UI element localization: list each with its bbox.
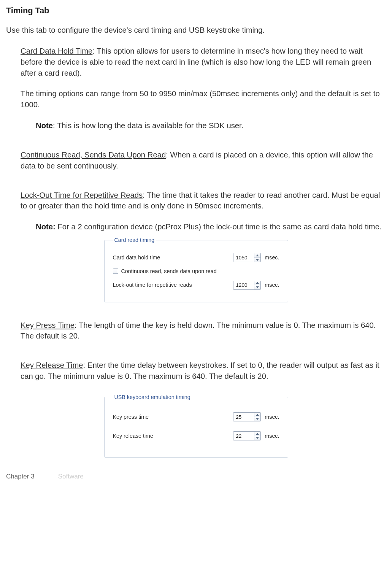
card-hold-label: Card Data Hold Time bbox=[21, 47, 92, 55]
lockout-time-unit: msec. bbox=[265, 281, 279, 289]
continuous-read-checkbox[interactable] bbox=[113, 269, 118, 274]
lockout-time-down[interactable] bbox=[254, 285, 260, 289]
svg-marker-1 bbox=[256, 259, 259, 261]
hold-time-input[interactable] bbox=[233, 253, 254, 262]
card-hold-range: The timing options can range from 50 to … bbox=[21, 88, 386, 110]
keyrelease-para: Key Release Time: Enter the time delay b… bbox=[21, 360, 386, 382]
keyrelease-up[interactable] bbox=[254, 432, 260, 436]
lockout-time-up[interactable] bbox=[254, 281, 260, 286]
svg-marker-6 bbox=[256, 433, 259, 435]
svg-marker-5 bbox=[256, 418, 259, 420]
keypress-para: Key Press Time: The length of time the k… bbox=[21, 320, 386, 342]
keyrelease-stepper[interactable] bbox=[233, 431, 261, 440]
panel1-legend: Card read timing bbox=[113, 236, 156, 244]
note-text: : This is how long the data is available… bbox=[53, 121, 243, 130]
svg-marker-7 bbox=[256, 437, 259, 439]
page-footer: Chapter 3Software bbox=[6, 472, 386, 481]
intro-text: Use this tab to configure the device's c… bbox=[6, 25, 386, 36]
hold-time-up[interactable] bbox=[254, 253, 260, 258]
keyrelease-down[interactable] bbox=[254, 436, 260, 440]
keypress-unit: msec. bbox=[265, 413, 279, 421]
lockout-label: Lock-Out Time for Repetitive Reads bbox=[21, 191, 143, 199]
keypress-down[interactable] bbox=[254, 417, 260, 421]
lockout-time-stepper[interactable] bbox=[233, 281, 261, 290]
keypress-stepper[interactable] bbox=[233, 412, 261, 421]
continuous-label: Continuous Read, Sends Data Upon Read bbox=[21, 151, 166, 159]
lockout-para: Lock-Out Time for Repetitive Reads: The … bbox=[21, 190, 386, 212]
hold-time-label: Card data hold time bbox=[113, 254, 233, 261]
usb-timing-panel: USB keyboard emulation timing Key press … bbox=[104, 393, 288, 458]
footer-section: Software bbox=[58, 473, 84, 480]
keypress-time-label: Key press time bbox=[113, 413, 233, 421]
keypress-up[interactable] bbox=[254, 413, 260, 417]
lockout-time-input[interactable] bbox=[233, 281, 254, 289]
svg-marker-2 bbox=[256, 282, 259, 284]
keyrelease-time-label: Key release time bbox=[113, 432, 233, 440]
continuous-read-row[interactable]: Continuous read, sends data upon read bbox=[113, 267, 279, 275]
panel2-legend: USB keyboard emulation timing bbox=[113, 393, 192, 401]
lockout-time-label: Lock-out time for repetitive reads bbox=[113, 281, 233, 289]
keyrelease-input[interactable] bbox=[233, 432, 254, 440]
card-hold-para: Card Data Hold Time: This option allows … bbox=[21, 46, 386, 78]
hold-time-row: Card data hold time msec. bbox=[113, 253, 279, 262]
note-plus: Note: For a 2 configuration device (pcPr… bbox=[6, 221, 386, 232]
footer-chapter: Chapter 3 bbox=[6, 473, 35, 480]
continuous-para: Continuous Read, Sends Data Upon Read: W… bbox=[21, 149, 386, 172]
hold-time-unit: msec. bbox=[265, 254, 279, 261]
note2-label: Note: bbox=[36, 223, 56, 231]
note2-text: For a 2 configuration device (pcProx Plu… bbox=[56, 223, 382, 231]
continuous-read-label: Continuous read, sends data upon read bbox=[121, 267, 217, 275]
keypress-row: Key press time msec. bbox=[113, 412, 279, 421]
keyrelease-unit: msec. bbox=[265, 432, 279, 440]
card-read-timing-panel: Card read timing Card data hold time mse… bbox=[104, 236, 288, 302]
svg-marker-0 bbox=[256, 254, 259, 256]
svg-marker-4 bbox=[256, 414, 259, 416]
keypress-label: Key Press Time bbox=[21, 321, 75, 329]
page-title: Timing Tab bbox=[6, 5, 386, 16]
keypress-input[interactable] bbox=[233, 413, 254, 421]
svg-marker-3 bbox=[256, 286, 259, 288]
keyrelease-row: Key release time msec. bbox=[113, 431, 279, 440]
note-label: Note bbox=[36, 121, 53, 130]
keyrelease-label: Key Release Time bbox=[21, 361, 83, 369]
note-sdk: Note: This is how long the data is avail… bbox=[6, 120, 386, 131]
lockout-time-row: Lock-out time for repetitive reads msec. bbox=[113, 281, 279, 290]
hold-time-stepper[interactable] bbox=[233, 253, 261, 262]
hold-time-down[interactable] bbox=[254, 258, 260, 262]
